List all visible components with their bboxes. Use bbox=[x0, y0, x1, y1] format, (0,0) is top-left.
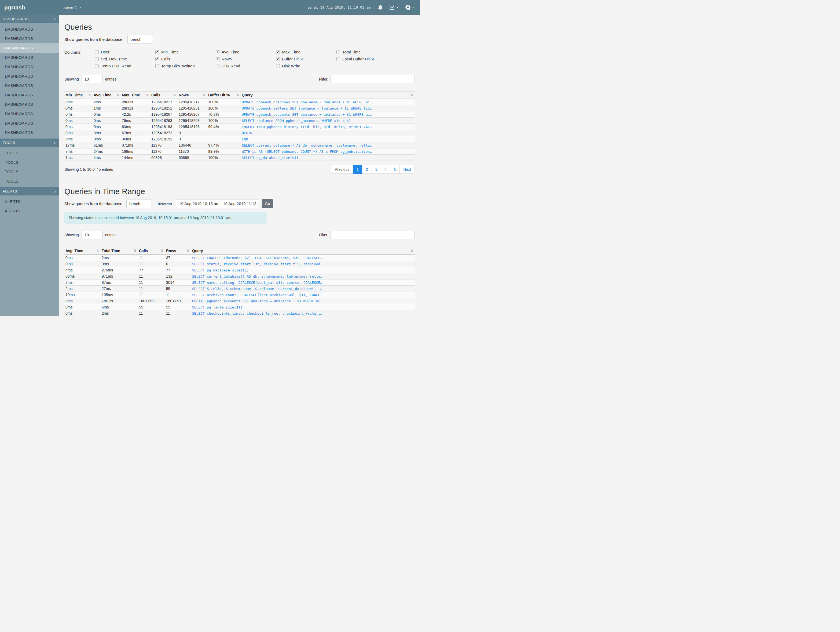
query-link[interactable]: SELECT COALESCE(datname, $2), COALESCE(u… bbox=[192, 256, 322, 260]
query-link[interactable]: INSERT INTO pgbench_history (tid, bid, a… bbox=[242, 125, 372, 129]
column-header[interactable]: Total Time ⇅ bbox=[101, 247, 138, 255]
server-selector[interactable]: server1 ▼ bbox=[59, 5, 81, 10]
sidebar-item[interactable]: DASHBOARDS bbox=[0, 81, 59, 90]
sidebar-item[interactable]: DASHBOARDS bbox=[0, 34, 59, 43]
database-input[interactable] bbox=[128, 35, 153, 44]
sidebar-item[interactable]: DASHBOARDS bbox=[0, 128, 59, 137]
database-input-2[interactable] bbox=[126, 199, 152, 208]
column-header[interactable]: Min. Time ⇅ bbox=[65, 92, 93, 99]
column-header[interactable]: Calls ⇅ bbox=[138, 247, 165, 255]
column-toggle[interactable]: User bbox=[95, 50, 155, 54]
column-checkbox[interactable] bbox=[336, 57, 340, 61]
column-checkbox[interactable] bbox=[95, 57, 99, 61]
query-link[interactable]: WITH pc AS (SELECT pubname, COUNT(*) AS … bbox=[242, 149, 372, 154]
sidebar-item[interactable]: TOOLS bbox=[0, 158, 59, 167]
filter-input-2[interactable] bbox=[330, 231, 415, 239]
column-checkbox[interactable] bbox=[216, 50, 219, 54]
query-link[interactable]: SELECT S.relid, S.schemaname, S.relname,… bbox=[192, 287, 322, 291]
column-checkbox[interactable] bbox=[155, 64, 159, 68]
sidebar-item[interactable]: TOOLS bbox=[0, 176, 59, 186]
column-header[interactable]: Rows ⇅ bbox=[165, 247, 191, 255]
column-checkbox[interactable] bbox=[216, 57, 219, 61]
column-toggle[interactable]: Min. Time bbox=[155, 50, 216, 54]
query-link[interactable]: UPDATE pgbench_branches SET bbalance = b… bbox=[242, 100, 372, 104]
column-toggle[interactable]: Rows bbox=[216, 57, 276, 61]
column-toggle[interactable]: Buffer Hit % bbox=[276, 57, 336, 61]
column-toggle[interactable]: Disk Write bbox=[276, 63, 336, 68]
brand-logo[interactable]: pgDash bbox=[0, 4, 59, 11]
page-number-button[interactable]: 5 bbox=[390, 165, 400, 174]
column-toggle[interactable]: Max. Time bbox=[276, 50, 336, 54]
sidebar-item[interactable]: DASHBOARDS bbox=[0, 43, 59, 52]
page-number-button[interactable]: 2 bbox=[362, 165, 372, 174]
column-header[interactable]: Rows ⇅ bbox=[178, 92, 207, 99]
sidebar-item[interactable]: DASHBOARDS bbox=[0, 52, 59, 62]
query-link[interactable]: SELECT checkpoints_timed, checkpoints_re… bbox=[192, 311, 322, 315]
entries-count-input[interactable] bbox=[82, 75, 103, 83]
column-checkbox[interactable] bbox=[95, 64, 99, 68]
column-checkbox[interactable] bbox=[155, 50, 159, 54]
notifications-button[interactable] bbox=[378, 5, 382, 10]
column-checkbox[interactable] bbox=[216, 64, 219, 68]
time-range-input[interactable] bbox=[176, 199, 259, 208]
query-link[interactable]: SELECT pg_database_size($1) bbox=[242, 156, 298, 160]
query-link[interactable]: END bbox=[242, 137, 248, 141]
column-toggle[interactable]: Temp Blks. Read bbox=[95, 63, 155, 68]
sidebar-item[interactable]: DASHBOARDS bbox=[0, 100, 59, 109]
column-checkbox[interactable] bbox=[276, 50, 280, 54]
query-link[interactable]: SELECT archived_count, COALESCE(last_arc… bbox=[192, 293, 322, 297]
column-header[interactable]: Avg. Time ⇅ bbox=[93, 92, 121, 99]
column-checkbox[interactable] bbox=[276, 64, 280, 68]
column-header[interactable]: Query ⇅ bbox=[191, 247, 415, 255]
column-checkbox[interactable] bbox=[95, 50, 99, 54]
go-button[interactable]: Go bbox=[262, 199, 273, 208]
sidebar-item[interactable]: DASHBOARDS bbox=[0, 24, 59, 34]
page-number-button[interactable]: 4 bbox=[381, 165, 391, 174]
sidebar-item[interactable]: DASHBOARDS bbox=[0, 90, 59, 100]
sidebar-item[interactable]: DASHBOARDS bbox=[0, 109, 59, 119]
previous-page-button[interactable]: Previous bbox=[331, 165, 353, 174]
column-toggle[interactable]: Total Time bbox=[336, 50, 374, 54]
column-toggle[interactable]: Disk Read bbox=[216, 63, 276, 68]
sidebar-item[interactable]: TOOLS bbox=[0, 148, 59, 158]
sidebar-item[interactable]: DASHBOARDS bbox=[0, 71, 59, 81]
query-link[interactable]: BEGIN bbox=[242, 131, 252, 135]
next-page-button[interactable]: Next bbox=[399, 165, 415, 174]
charts-menu-button[interactable]: ▼ bbox=[390, 5, 398, 10]
column-toggle[interactable]: Temp Blks. Written bbox=[155, 63, 216, 68]
page-number-button[interactable]: 3 bbox=[371, 165, 381, 174]
query-link[interactable]: SELECT pg_table_size($1) bbox=[192, 305, 243, 309]
column-toggle[interactable]: Avg. Time bbox=[216, 50, 276, 54]
column-toggle[interactable]: Local Buffer Hit % bbox=[336, 57, 374, 61]
query-link[interactable]: SELECT pg_database_size($1) bbox=[192, 268, 249, 272]
query-link[interactable]: SELECT current_database() AS db, scheman… bbox=[192, 274, 322, 279]
query-link[interactable]: UPDATE pgbench_tellers SET tbalance = tb… bbox=[242, 106, 372, 110]
column-checkbox[interactable] bbox=[155, 57, 159, 61]
sidebar-section-header[interactable]: DASHBOARDS › bbox=[0, 15, 59, 23]
query-link[interactable]: UPDATE pgbench_accounts SET abalance = a… bbox=[242, 112, 372, 117]
query-link[interactable]: SELECT name, setting, COALESCE(boot_val,… bbox=[192, 280, 322, 285]
page-number-button[interactable]: 1 bbox=[353, 165, 362, 174]
settings-menu-button[interactable]: ▼ bbox=[405, 5, 414, 10]
sidebar-item[interactable]: DASHBOARDS bbox=[0, 119, 59, 128]
column-header[interactable]: Calls ⇅ bbox=[150, 92, 178, 99]
column-header[interactable]: Max. Time ⇅ bbox=[121, 92, 150, 99]
sidebar-section-header[interactable]: TOOLS › bbox=[0, 139, 59, 147]
query-link[interactable]: SELECT current_database() AS db, scheman… bbox=[242, 143, 372, 147]
column-checkbox[interactable] bbox=[336, 50, 340, 54]
column-checkbox[interactable] bbox=[276, 57, 280, 61]
sidebar-item[interactable]: ALERTS bbox=[0, 206, 59, 215]
column-toggle[interactable]: Std. Dev. Time bbox=[95, 57, 155, 61]
column-toggle[interactable]: Calls bbox=[155, 57, 216, 61]
column-header[interactable]: Query ⇅ bbox=[241, 92, 415, 99]
sidebar-item[interactable]: TOOLS bbox=[0, 167, 59, 176]
entries-count-input-2[interactable] bbox=[82, 231, 103, 239]
column-header[interactable]: Buffer Hit % ⇅ bbox=[207, 92, 241, 99]
query-link[interactable]: UPDATE pgbench_accounts SET abalance = a… bbox=[192, 299, 322, 303]
query-link[interactable]: SELECT status, receive_start_lsn, receiv… bbox=[192, 262, 322, 266]
query-link[interactable]: SELECT abalance FROM pgbench_accounts WH… bbox=[242, 119, 351, 123]
filter-input[interactable] bbox=[330, 75, 415, 83]
sidebar-item[interactable]: ALERTS bbox=[0, 197, 59, 206]
sidebar-item[interactable]: DASHBOARDS bbox=[0, 62, 59, 71]
sidebar-section-header[interactable]: ALERTS › bbox=[0, 187, 59, 195]
